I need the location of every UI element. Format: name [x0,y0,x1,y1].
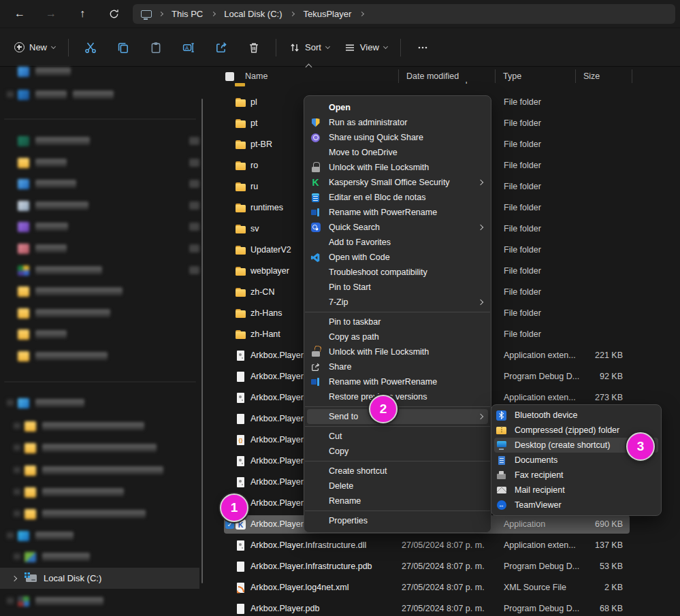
redacted-text-bar [35,180,76,188]
menu-item-move-to-onedrive[interactable]: Move to OneDrive [304,145,491,160]
sidebar-item-redacted[interactable] [0,506,146,521]
send-to-item-mail-recipient[interactable]: Mail recipient [491,483,661,498]
chevron-icon [7,598,14,604]
sidebar-item-redacted[interactable] [0,64,71,79]
menu-item-open-with-code[interactable]: Open with Code [304,250,491,265]
chevron-icon [7,400,14,406]
file-row-arkbox-player-log4net-xml[interactable]: Arkbox.Player.log4net.xml27/05/2024 8:07… [216,577,680,598]
file-date-modified: 27/05/2024 8:07 p. m. [402,583,485,592]
this-pc-icon [141,10,152,18]
menu-item-create-shortcut[interactable]: Create shortcut [304,464,491,479]
dll-file-icon [235,540,246,551]
back-button[interactable]: ← [4,3,35,24]
sidebar-item-redacted[interactable] [0,395,84,410]
cut-button[interactable] [78,35,103,60]
sidebar-item-redacted[interactable] [0,241,67,256]
menu-item-rename[interactable]: Rename [304,493,491,508]
copy-button[interactable] [110,35,136,60]
menu-item-cut[interactable]: Cut [304,429,491,444]
redacted-content [18,244,67,254]
menu-item-icon-slot [496,455,515,466]
forward-button[interactable]: → [35,3,67,24]
file-row-arkbox-player-infrastructure-pdb[interactable]: Arkbox.Player.Infrastructure.pdb27/05/20… [216,556,680,577]
sidebar-item-redacted[interactable] [0,348,108,363]
sidebar-item-redacted[interactable] [0,528,74,543]
sidebar-item-redacted[interactable] [0,219,68,234]
up-button[interactable]: ↑ [67,3,98,24]
menu-item-share-using-quick-share[interactable]: Share using Quick Share [304,130,491,145]
sidebar-item-redacted[interactable] [0,327,67,342]
menu-item-properties[interactable]: Properties [304,513,491,528]
folder-file-icon [235,265,246,277]
redacted-content [18,222,68,232]
redacted-text-bar [35,266,102,274]
send-to-item-teamviewer[interactable]: TeamViewer [491,498,661,513]
sidebar-item-redacted[interactable] [0,594,103,609]
file-name: Arkbox.Player.A [250,351,311,360]
breadcrumb-item-this-pc[interactable]: This PC [169,7,206,20]
menu-item-troubleshoot-compatibility[interactable]: Troubleshoot compatibility [304,265,491,280]
file-date-modified: 27/05/2024 8:07 p. m. [402,540,485,550]
menu-item-7-zip[interactable]: 7-Zip [304,295,491,310]
sidebar-item-redacted[interactable] [0,155,67,170]
menu-item-label: 7-Zip [329,297,348,307]
file-name: zh-CN [250,287,274,297]
sidebar-item-redacted[interactable] [0,419,144,434]
menu-item-run-as-administrator[interactable]: Run as administrator [304,115,491,130]
file-row-arkbox-player-pdb[interactable]: Arkbox.Player.pdb27/05/2024 8:07 p. m.Pr… [216,598,680,616]
sidebar-item-redacted[interactable] [0,485,124,500]
menu-item-label: Copy [329,447,349,456]
sidebar-item-icon [25,509,36,519]
sidebar-item-redacted[interactable] [0,440,157,455]
rename-button[interactable]: A [176,35,201,60]
pdb-file-icon [235,413,246,425]
paste-button[interactable] [143,35,169,60]
menu-item-label: Send to [329,412,358,421]
sidebar-item-redacted[interactable] [0,198,88,213]
file-name: pt [250,118,257,128]
file-size: 2 KB [562,583,623,592]
menu-item-send-to[interactable]: Send to [304,409,491,424]
new-button[interactable]: New [7,35,63,60]
folder-file-icon [235,223,246,235]
menu-item-rename-with-powerrename[interactable]: Rename with PowerRename [304,374,491,389]
plus-circle-icon [14,42,25,52]
send-to-item-bluetooth-device[interactable]: Bluetooth device [491,408,661,423]
menu-item-icon-slot [310,162,329,173]
sidebar-item-local-disk-c[interactable]: Local Disk (C:) [0,568,199,589]
menu-item-editar-en-el-bloc-de-notas[interactable]: Editar en el Bloc de notas [304,190,491,205]
sidebar-item-redacted[interactable] [0,176,76,191]
menu-item-pin-to-taskbar[interactable]: Pin to taskbar [304,314,491,329]
sidebar-item-redacted[interactable] [0,263,102,278]
sidebar-item-redacted[interactable] [0,549,90,564]
menu-item-pin-to-start[interactable]: Pin to Start [304,280,491,295]
menu-item-restore-previous-versions[interactable]: Restore previous versions [304,389,491,404]
file-name: Arkbox.Player.l [250,477,307,487]
redacted-text-bar [35,532,74,540]
chevron-right-icon[interactable] [12,575,17,581]
menu-item-unlock-with-file-locksmith[interactable]: Unlock with File Locksmith [304,160,491,175]
send-to-item-fax-recipient[interactable]: Fax recipient [491,468,661,483]
sidebar-scrollbar[interactable] [201,99,203,583]
menu-item-copy-as-path[interactable]: Copy as path [304,329,491,344]
menu-item-kaspersky-small-office-security[interactable]: Kaspersky Small Office Security [304,175,491,190]
menu-item-unlock-with-file-locksmith[interactable]: Unlock with File Locksmith [304,344,491,359]
menu-item-rename-with-powerrename[interactable]: Rename with PowerRename [304,205,491,220]
annotation-circle-1: 1 [220,493,248,522]
menu-item-quick-search[interactable]: Quick Search [304,220,491,235]
redacted-content [25,421,144,432]
pdb-file-icon [235,603,246,615]
sidebar-item-redacted[interactable] [0,463,163,478]
sidebar-item-redacted[interactable] [0,133,90,148]
file-row-arkbox-player-infrastructure-dll[interactable]: Arkbox.Player.Infrastructure.dll27/05/20… [216,535,680,556]
menu-item-copy[interactable]: Copy [304,444,491,459]
sidebar-item-redacted[interactable] [0,306,110,321]
refresh-button[interactable] [98,3,129,24]
menu-item-share[interactable]: Share [304,359,491,374]
menu-item-open[interactable]: Open [304,100,491,115]
menu-item-delete[interactable]: Delete [304,479,491,493]
sidebar-item-redacted[interactable] [0,284,123,299]
menu-item-add-to-favorites[interactable]: Add to Favorites [304,235,491,250]
menu-item-icon-slot [310,346,329,357]
sidebar-item-redacted[interactable] [0,87,114,102]
